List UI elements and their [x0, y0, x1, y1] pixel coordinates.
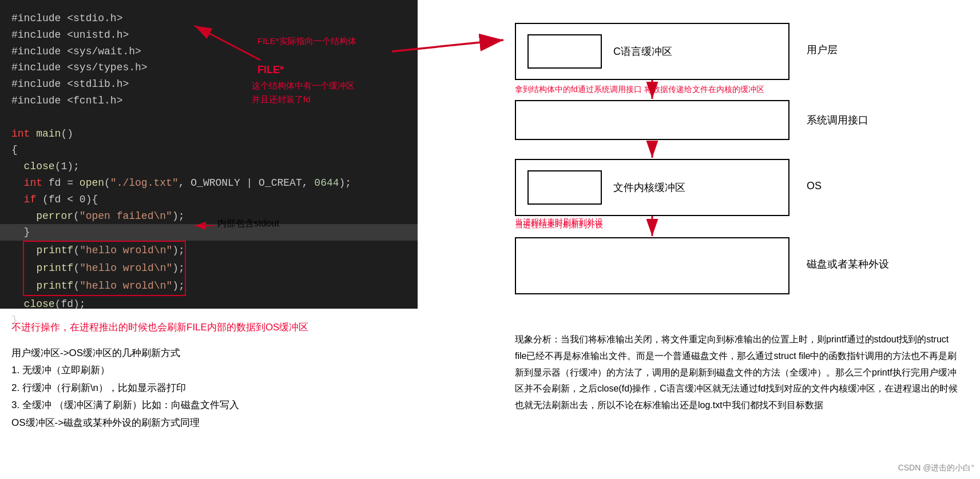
diag-annotation1: 拿到结构体中的fd通过系统调用接口 将数据传递给文件在内核的缓冲区	[515, 83, 764, 97]
buffer-item1: 1. 无缓冲（立即刷新）	[11, 362, 486, 380]
buffer-item3: 3. 全缓冲 （缓冲区满了刷新）比如：向磁盘文件写入	[11, 397, 486, 414]
right-text-content: 现象分析：当我们将标准输出关闭，将文件重定向到标准输出的位置上时，则printf…	[515, 334, 958, 410]
level3-outer-box: 文件内核缓冲区	[515, 159, 789, 216]
level1-inner-box	[527, 34, 602, 69]
label-disk: 磁盘或者某种外设	[807, 257, 889, 271]
csdn-watermark: CSDN @进击的小白°	[898, 463, 974, 473]
buffer-item2: 2. 行缓冲（行刷新\n），比如显示器打印	[11, 380, 486, 397]
level1-label: C语言缓冲区	[613, 45, 672, 58]
level1-outer-box: C语言缓冲区	[515, 23, 789, 80]
diagram-container: C语言缓冲区 用户层 系统调用接口 文件内核缓冲区 OS 磁盘或者某种外设 拿到…	[515, 11, 904, 320]
buffer-last: OS缓冲区->磁盘或某种外设的刷新方式同理	[11, 414, 486, 432]
level3-inner-box	[527, 170, 602, 205]
buffer-section: 用户缓冲区->OS缓冲区的几种刷新方式 1. 无缓冲（立即刷新） 2. 行缓冲（…	[11, 345, 486, 432]
code-area: #include <stdio.h> #include <unistd.h> #…	[0, 0, 418, 309]
label-syscall: 系统调用接口	[807, 113, 868, 127]
code-close: close(fd); }	[11, 296, 406, 329]
label-user-layer: 用户层	[807, 43, 838, 57]
right-bottom-text: 现象分析：当我们将标准输出关闭，将文件重定向到标准输出的位置上时，则printf…	[515, 332, 963, 414]
diag-annotation2-text: 当进程结束时刷新到外设	[515, 218, 603, 232]
file-ptr-label: FILE*	[257, 62, 284, 78]
buffer-title: 用户缓冲区->OS缓冲区的几种刷新方式	[11, 345, 486, 362]
file-ptr-desc: FILE*实际指向一个结构体	[257, 34, 356, 48]
main-container: #include <stdio.h> #include <unistd.h> #…	[0, 0, 980, 479]
level2-outer-box	[515, 100, 789, 140]
struct-desc: 这个结构体中有一个缓冲区 并且还封装了fd	[252, 79, 355, 106]
level3-label: 文件内核缓冲区	[613, 181, 685, 194]
right-panel: C语言缓冲区 用户层 系统调用接口 文件内核缓冲区 OS 磁盘或者某种外设 拿到…	[498, 0, 980, 479]
level4-outer-box	[515, 237, 789, 294]
left-panel: #include <stdio.h> #include <unistd.h> #…	[0, 0, 498, 479]
label-os: OS	[807, 180, 822, 192]
stdout-label: 内部包含stdout	[217, 216, 279, 231]
